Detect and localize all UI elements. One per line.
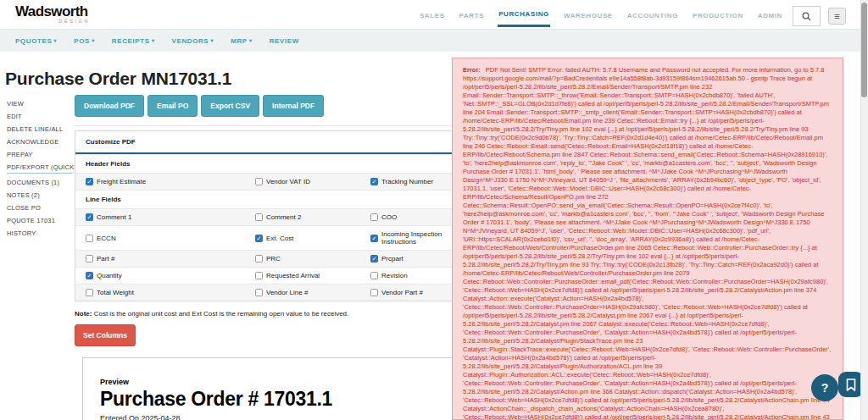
topnav-item-sales[interactable]: SALES — [419, 3, 446, 26]
divider — [75, 125, 465, 126]
checkbox[interactable] — [255, 235, 263, 242]
note-text: Cost is the original unit cost and Ext C… — [92, 310, 348, 318]
field-row: Part #PRCPrcpart — [75, 250, 464, 267]
sidebar-item-edit[interactable]: EDIT — [7, 113, 73, 120]
section-title: Line Fields — [75, 190, 464, 208]
field-label: Part # — [97, 255, 114, 262]
topnav-item-admin[interactable]: ADMIN — [757, 3, 783, 26]
checkbox[interactable] — [86, 235, 93, 242]
field-prc: PRC — [255, 255, 370, 262]
field-label: PRC — [266, 255, 281, 262]
set-columns-button[interactable]: Set Columns — [75, 324, 136, 346]
subnav-item-vendors[interactable]: VENDORS ▾ — [172, 37, 214, 45]
sidebar-item-notes-2[interactable]: NOTES (2) — [7, 191, 73, 199]
checkbox[interactable] — [86, 272, 93, 279]
field-label: Vendor VAT ID — [266, 178, 310, 185]
checkbox[interactable] — [370, 235, 378, 242]
internal-pdf-button[interactable]: Internal PDF — [263, 95, 324, 117]
checkbox[interactable] — [370, 272, 378, 279]
top-header: Wadsworth DESIGN SALESPARTSPURCHASINGWAR… — [0, 0, 868, 29]
sidebar-item-prepay[interactable]: PREPAY — [7, 151, 73, 158]
field-label: Vendor Part # — [381, 289, 423, 296]
download-pdf-button[interactable]: Download PDF — [75, 95, 144, 117]
topnav-item-accounting[interactable]: ACCOUNTING — [626, 3, 679, 26]
error-label: Error: — [463, 66, 481, 74]
checkbox[interactable] — [370, 213, 378, 221]
section-title: Header Fields — [75, 154, 464, 173]
sidebar-item-pdf-export-quick[interactable]: PDF/EXPORT (QUICK) — [7, 163, 73, 174]
search-button[interactable] — [793, 6, 821, 26]
checkbox[interactable] — [370, 178, 378, 185]
field-revision: Revision — [370, 272, 453, 279]
sidebar-item-history[interactable]: HISTORY — [7, 229, 73, 237]
export-csv-button[interactable]: Export CSV — [201, 95, 259, 117]
scrollbar-thumb[interactable] — [861, 3, 867, 97]
checkbox[interactable] — [370, 255, 378, 262]
sidebar-item-pquote-17031[interactable]: PQUOTE 17031 — [7, 217, 73, 224]
field-label: Vendor Line # — [266, 289, 308, 296]
help-button[interactable]: ? — [811, 374, 838, 401]
customize-pdf-title: Customize PDF — [75, 131, 464, 154]
checkbox[interactable] — [255, 272, 263, 279]
page-scrollbar[interactable] — [860, 0, 868, 420]
checkbox[interactable] — [255, 289, 263, 296]
topnav-item-purchasing[interactable]: PURCHASING — [498, 2, 550, 27]
field-label: Tracking Number — [381, 178, 433, 185]
field-grid: Header FieldsFreight EstimateVendor VAT … — [75, 154, 464, 301]
cost-note: Note: Cost is the original unit cost and… — [75, 310, 465, 318]
email-po-button[interactable]: Email PO — [147, 95, 198, 117]
sidebar-item-delete-line-all[interactable]: DELETE LINE/ALL — [7, 125, 73, 133]
field-label: ECCN — [97, 235, 116, 242]
checkbox[interactable] — [370, 289, 378, 296]
subnav-item-receipts[interactable]: RECEIPTS ▾ — [112, 37, 155, 45]
menu-icon[interactable]: ≡ — [828, 8, 846, 25]
field-label: Requested Arrival — [266, 272, 320, 279]
search-icon — [802, 12, 811, 21]
subnav-item-pquotes[interactable]: PQUOTES ▾ — [15, 37, 57, 45]
field-row: QuantityRequested ArrivalRevision — [75, 267, 464, 284]
field-vendor-line: Vendor Line # — [255, 289, 370, 296]
error-message: PDF Not Sent! SMTP Error: failed AUTH: 5… — [463, 66, 831, 420]
customize-pdf-panel: Customize PDF Header FieldsFreight Estim… — [75, 130, 465, 301]
chevron-down-icon: ▾ — [150, 38, 155, 43]
checkbox[interactable] — [86, 213, 93, 221]
pdf-preview: Preview Purchase Order # 17031.1 Entered… — [82, 357, 462, 420]
field-ext-cost: Ext. Cost — [255, 230, 370, 246]
field-label: COO — [381, 213, 397, 221]
field-eccn: ECCN — [86, 230, 255, 246]
sidebar-item-acknowledge[interactable]: ACKNOWLEDGE — [7, 138, 73, 146]
field-label: Total Weight — [97, 289, 134, 296]
checkbox[interactable] — [255, 178, 263, 185]
preview-label: Preview — [100, 378, 461, 386]
smtp-error-text: Error:PDF Not Sent! SMTP Error: failed A… — [463, 66, 832, 420]
sidebar-item-close-po[interactable]: CLOSE PO — [7, 204, 73, 212]
checkbox[interactable] — [86, 289, 93, 296]
field-part: Part # — [86, 255, 255, 262]
action-buttons: Download PDFEmail POExport CSVInternal P… — [75, 95, 465, 117]
subnav-item-pos[interactable]: POS ▾ — [74, 37, 95, 45]
field-quantity: Quantity — [86, 272, 255, 279]
topnav-item-parts[interactable]: PARTS — [459, 3, 486, 26]
topnav-item-production[interactable]: PRODUCTION — [692, 3, 744, 26]
top-nav: SALESPARTSPURCHASINGWAREHOUSEACCOUNTINGP… — [419, 0, 783, 29]
field-label: Prcpart — [381, 255, 403, 262]
subnav-item-mrp[interactable]: MRP ▾ — [231, 37, 252, 45]
checkbox[interactable] — [86, 255, 93, 262]
topnav-item-warehouse[interactable]: WAREHOUSE — [563, 3, 614, 26]
chevron-down-icon: ▾ — [52, 38, 57, 43]
field-freight-estimate: Freight Estimate — [86, 178, 255, 185]
checkbox[interactable] — [255, 213, 263, 221]
checkbox[interactable] — [255, 255, 263, 262]
field-label: Revision — [381, 272, 408, 279]
note-label: Note: — [75, 310, 92, 318]
field-row: Comment 1Comment 2COO — [75, 208, 464, 225]
main-content: Download PDFEmail POExport CSVInternal P… — [75, 95, 465, 420]
sidebar-item-view[interactable]: VIEW — [7, 100, 73, 108]
sidebar-item-documents-1[interactable]: DOCUMENTS (1) — [7, 179, 73, 186]
bookmark-icon — [846, 379, 856, 391]
subnav-item-review[interactable]: REVIEW — [270, 37, 299, 45]
checkbox[interactable] — [86, 178, 93, 185]
brand-logo[interactable]: Wadsworth DESIGN — [15, 4, 92, 24]
field-row: Freight EstimateVendor VAT IDTracking Nu… — [75, 173, 464, 190]
field-tracking-number: Tracking Number — [370, 178, 453, 185]
